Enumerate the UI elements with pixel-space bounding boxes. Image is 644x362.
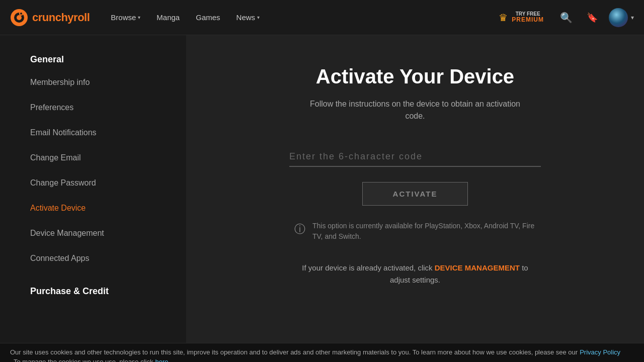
- main-content: Activate Your Device Follow the instruct…: [186, 35, 644, 343]
- activate-button[interactable]: ACTIVATE: [362, 182, 468, 206]
- svg-point-4: [20, 13, 22, 15]
- nav-browse[interactable]: Browse ▾: [105, 9, 146, 26]
- sidebar-item-activate-device[interactable]: Activate Device: [0, 196, 186, 221]
- cookie-here-link[interactable]: here: [155, 358, 168, 362]
- search-button[interactable]: 🔍: [557, 9, 576, 27]
- crown-icon: ♛: [499, 12, 508, 24]
- device-mgmt-text-before: If your device is already activated, cli…: [302, 263, 432, 272]
- cookie-banner: Our site uses cookies and other technolo…: [0, 343, 644, 362]
- info-text: This option is currently available for P…: [312, 221, 536, 242]
- sidebar-purchase-title: Purchase & Credit: [0, 281, 186, 302]
- device-management-link-section: If your device is already activated, cli…: [294, 262, 536, 286]
- premium-label: PREMIUM: [512, 17, 544, 23]
- nav-news[interactable]: News ▾: [230, 9, 266, 26]
- user-avatar-area[interactable]: ▾: [609, 8, 634, 27]
- sidebar: General Membership info Preferences Emai…: [0, 35, 186, 343]
- header-right: ♛ TRY FREE PREMIUM 🔍 🔖 ▾: [494, 8, 634, 27]
- sidebar-item-connected-apps[interactable]: Connected Apps: [0, 246, 186, 271]
- page-title: Activate Your Device: [316, 65, 514, 88]
- activation-code-input[interactable]: [289, 147, 541, 167]
- info-box: ⓘ This option is currently available for…: [294, 221, 536, 242]
- main-layout: General Membership info Preferences Emai…: [0, 35, 644, 343]
- device-management-link[interactable]: DEVICE MANAGEMENT: [435, 263, 520, 272]
- nav-games[interactable]: Games: [190, 9, 226, 26]
- premium-button[interactable]: ♛ TRY FREE PREMIUM: [494, 8, 549, 26]
- page-subtitle: Follow the instructions on the device to…: [309, 98, 521, 122]
- bookmark-button[interactable]: 🔖: [584, 9, 601, 26]
- sidebar-item-preferences[interactable]: Preferences: [0, 95, 186, 120]
- logo-text: crunchyroll: [32, 11, 90, 24]
- privacy-policy-link[interactable]: Privacy Policy: [580, 348, 620, 356]
- sidebar-item-membership[interactable]: Membership info: [0, 70, 186, 95]
- code-input-section: [289, 147, 541, 167]
- search-icon: 🔍: [560, 12, 573, 24]
- sidebar-general-title: General: [0, 49, 186, 70]
- nav-manga[interactable]: Manga: [150, 9, 186, 26]
- main-nav: Browse ▾ Manga Games News ▾: [105, 9, 494, 26]
- sidebar-item-device-management[interactable]: Device Management: [0, 221, 186, 246]
- cookie-text-before: Our site uses cookies and other technolo…: [10, 348, 507, 356]
- cookie-text-after: . To manage the cookies we use use, plea…: [10, 358, 153, 362]
- browse-chevron-icon: ▾: [138, 15, 140, 20]
- avatar: [609, 8, 628, 27]
- header: crunchyroll Browse ▾ Manga Games News ▾ …: [0, 0, 644, 35]
- sidebar-item-change-email[interactable]: Change Email: [0, 145, 186, 170]
- sidebar-item-email-notifications[interactable]: Email Notifications: [0, 120, 186, 145]
- news-chevron-icon: ▾: [257, 15, 260, 20]
- cookie-period: .: [171, 358, 173, 362]
- info-icon: ⓘ: [294, 222, 305, 237]
- bookmark-icon: 🔖: [587, 12, 598, 23]
- user-menu-chevron-icon: ▾: [631, 14, 634, 21]
- logo[interactable]: crunchyroll: [10, 9, 90, 27]
- svg-point-2: [17, 15, 22, 20]
- cookie-text-middle: cookies, please see our: [509, 348, 578, 356]
- sidebar-item-change-password[interactable]: Change Password: [0, 170, 186, 196]
